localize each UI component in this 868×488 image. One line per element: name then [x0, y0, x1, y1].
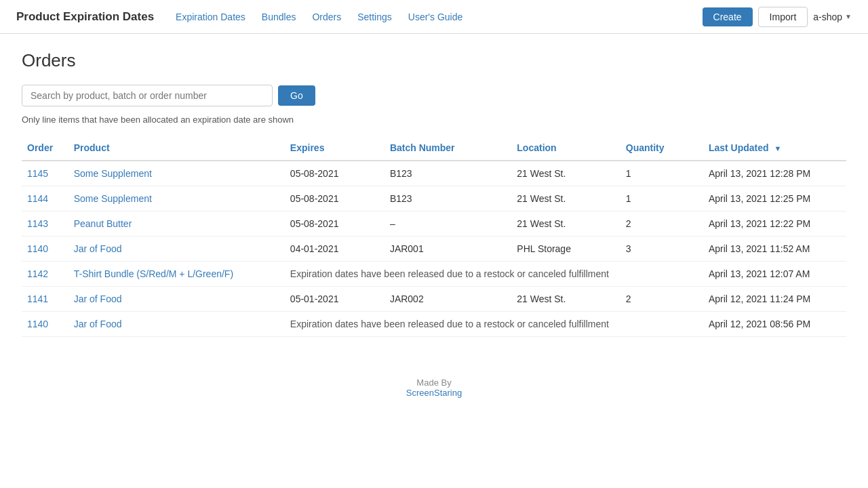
cell-last-updated: April 13, 2021 12:25 PM — [703, 186, 846, 211]
product-link[interactable]: Some Supplement — [74, 193, 152, 204]
cell-product: Some Supplement — [68, 186, 285, 211]
cell-last-updated: April 12, 2021 08:56 PM — [703, 312, 846, 337]
cell-batch-number: B123 — [384, 186, 511, 211]
info-text: Only line items that have been allocated… — [22, 115, 846, 125]
cell-location: 21 West St. — [511, 186, 620, 211]
cell-location: PHL Storage — [511, 237, 620, 262]
cell-expires: 04-01-2021 — [285, 237, 384, 262]
col-order[interactable]: Order — [22, 136, 68, 161]
table-row: 1142 T-Shirt Bundle (S/Red/M + L/Green/F… — [22, 262, 846, 287]
nav-orders[interactable]: Orders — [312, 12, 341, 22]
col-batch-number[interactable]: Batch Number — [384, 136, 511, 161]
navbar-actions: Create Import a-shop ▼ — [703, 7, 852, 27]
cell-last-updated: April 13, 2021 11:52 AM — [703, 237, 846, 262]
nav-expiration-dates[interactable]: Expiration Dates — [176, 12, 245, 22]
page-title: Orders — [22, 50, 846, 71]
table-row: 1145 Some Supplement 05-08-2021 B123 21 … — [22, 161, 846, 186]
col-location[interactable]: Location — [511, 136, 620, 161]
cell-product: Peanut Butter — [68, 211, 285, 237]
product-link[interactable]: Jar of Food — [74, 293, 122, 304]
orders-table: Order Product Expires Batch Number Locat… — [22, 136, 846, 337]
nav-settings[interactable]: Settings — [357, 12, 392, 22]
cell-message: Expiration dates have been released due … — [285, 262, 703, 287]
cell-quantity: 3 — [620, 237, 703, 262]
product-link[interactable]: Some Supplement — [74, 168, 152, 179]
sort-desc-icon: ▼ — [774, 144, 782, 152]
table-row: 1140 Jar of Food 04-01-2021 JAR001 PHL S… — [22, 237, 846, 262]
cell-order: 1144 — [22, 186, 68, 211]
col-last-updated[interactable]: Last Updated ▼ — [703, 136, 846, 161]
cell-message: Expiration dates have been released due … — [285, 312, 703, 337]
shop-name: a-shop — [813, 12, 842, 22]
cell-product: Some Supplement — [68, 161, 285, 186]
order-link[interactable]: 1144 — [27, 193, 48, 204]
cell-last-updated: April 12, 2021 11:24 PM — [703, 287, 846, 312]
order-link[interactable]: 1140 — [27, 319, 48, 329]
order-link[interactable]: 1140 — [27, 243, 48, 254]
product-link[interactable]: T-Shirt Bundle (S/Red/M + L/Green/F) — [74, 268, 233, 279]
table-row: 1143 Peanut Butter 05-08-2021 – 21 West … — [22, 211, 846, 237]
cell-expires: 05-08-2021 — [285, 161, 384, 186]
cell-batch-number: JAR002 — [384, 287, 511, 312]
col-quantity[interactable]: Quantity — [620, 136, 703, 161]
cell-expires: 05-01-2021 — [285, 287, 384, 312]
cell-last-updated: April 13, 2021 12:07 AM — [703, 262, 846, 287]
cell-product: Jar of Food — [68, 312, 285, 337]
cell-order: 1145 — [22, 161, 68, 186]
nav-links: Expiration Dates Bundles Orders Settings… — [176, 12, 702, 22]
made-by-text: Made By — [416, 378, 451, 388]
cell-order: 1140 — [22, 237, 68, 262]
cell-batch-number: – — [384, 211, 511, 237]
cell-quantity: 2 — [620, 211, 703, 237]
table-row: 1144 Some Supplement 05-08-2021 B123 21 … — [22, 186, 846, 211]
cell-last-updated: April 13, 2021 12:22 PM — [703, 211, 846, 237]
table-header: Order Product Expires Batch Number Locat… — [22, 136, 846, 161]
main-content: Orders Go Only line items that have been… — [0, 34, 868, 414]
nav-users-guide[interactable]: User's Guide — [408, 12, 462, 22]
col-product[interactable]: Product — [68, 136, 285, 161]
cell-expires: 05-08-2021 — [285, 186, 384, 211]
product-link[interactable]: Jar of Food — [74, 319, 122, 329]
table-row: 1141 Jar of Food 05-01-2021 JAR002 21 We… — [22, 287, 846, 312]
cell-order: 1140 — [22, 312, 68, 337]
col-expires[interactable]: Expires — [285, 136, 384, 161]
cell-order: 1141 — [22, 287, 68, 312]
app-brand: Product Expiration Dates — [16, 10, 154, 24]
shop-dropdown[interactable]: a-shop ▼ — [813, 12, 852, 22]
cell-quantity: 1 — [620, 186, 703, 211]
cell-product: Jar of Food — [68, 237, 285, 262]
company-link[interactable]: ScreenStaring — [406, 388, 462, 398]
cell-product: T-Shirt Bundle (S/Red/M + L/Green/F) — [68, 262, 285, 287]
create-button[interactable]: Create — [703, 7, 753, 26]
order-link[interactable]: 1143 — [27, 218, 48, 229]
cell-batch-number: JAR001 — [384, 237, 511, 262]
cell-location: 21 West St. — [511, 211, 620, 237]
import-button[interactable]: Import — [758, 7, 808, 27]
search-input[interactable] — [22, 85, 273, 106]
cell-expires: 05-08-2021 — [285, 211, 384, 237]
go-button[interactable]: Go — [278, 85, 315, 106]
cell-order: 1143 — [22, 211, 68, 237]
cell-quantity: 1 — [620, 161, 703, 186]
navbar: Product Expiration Dates Expiration Date… — [0, 0, 868, 34]
table-body: 1145 Some Supplement 05-08-2021 B123 21 … — [22, 161, 846, 337]
cell-last-updated: April 13, 2021 12:28 PM — [703, 161, 846, 186]
product-link[interactable]: Jar of Food — [74, 243, 122, 254]
order-link[interactable]: 1145 — [27, 168, 48, 179]
product-link[interactable]: Peanut Butter — [74, 218, 132, 229]
cell-location: 21 West St. — [511, 161, 620, 186]
search-row: Go — [22, 85, 846, 106]
footer: Made By ScreenStaring — [22, 378, 846, 398]
cell-quantity: 2 — [620, 287, 703, 312]
cell-order: 1142 — [22, 262, 68, 287]
table-row: 1140 Jar of Food Expiration dates have b… — [22, 312, 846, 337]
order-link[interactable]: 1141 — [27, 293, 48, 304]
order-link[interactable]: 1142 — [27, 268, 48, 279]
cell-location: 21 West St. — [511, 287, 620, 312]
chevron-down-icon: ▼ — [845, 13, 852, 20]
nav-bundles[interactable]: Bundles — [262, 12, 296, 22]
cell-product: Jar of Food — [68, 287, 285, 312]
cell-batch-number: B123 — [384, 161, 511, 186]
